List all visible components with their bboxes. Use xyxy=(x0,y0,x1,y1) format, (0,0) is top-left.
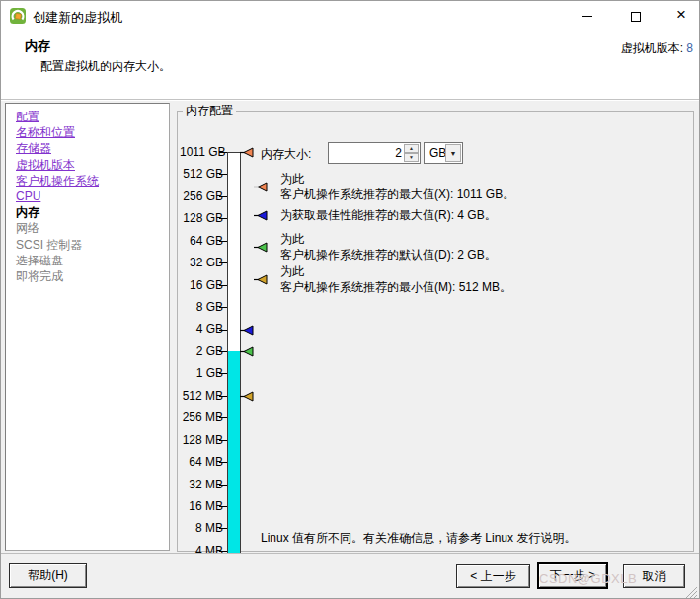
memory-unit-value: GB xyxy=(429,146,446,160)
tick-mark xyxy=(219,262,227,263)
tick-label: 32 MB xyxy=(180,477,223,492)
tick-mark xyxy=(219,462,227,463)
recommendation-default: 为此 客户机操作系统推荐的默认值(D): 2 GB。 xyxy=(280,231,497,262)
tick-mark xyxy=(219,330,227,331)
create-vm-wizard-window: 创建新的虚拟机 × 内存 配置虚拟机的内存大小。 虚拟机版本: 8 配置 名称和… xyxy=(0,0,700,599)
tick-label: 16 GB xyxy=(180,277,223,293)
page-subtitle: 配置虚拟机的内存大小。 xyxy=(40,58,171,75)
dropdown-arrow-icon[interactable]: ▼ xyxy=(445,144,461,162)
recommendation-max-os: 为此 客户机操作系统推荐的最大值(X): 1011 GB。 xyxy=(280,171,514,202)
max-performance-marker-icon xyxy=(240,325,255,336)
wizard-footer: 帮助(H) < 上一步 下一步 > 取消 CSDN@GDXLB xyxy=(1,553,699,599)
tick-mark xyxy=(219,307,227,308)
maximize-icon xyxy=(631,12,641,22)
vm-version-value: 8 xyxy=(686,41,693,55)
tick-label: 512 MB xyxy=(180,388,223,404)
wizard-header: 内存 配置虚拟机的内存大小。 虚拟机版本: 8 xyxy=(1,31,699,100)
sidebar-item-configuration[interactable]: 配置 xyxy=(16,109,169,124)
next-button[interactable]: 下一步 > xyxy=(537,562,608,589)
tick-label: 2 GB xyxy=(180,343,223,359)
window-title: 创建新的虚拟机 xyxy=(33,9,122,27)
tick-label: 64 GB xyxy=(180,233,223,249)
max-os-rec-icon xyxy=(254,182,269,192)
resize-grip[interactable] xyxy=(685,586,698,599)
default-marker-icon xyxy=(240,346,255,357)
tick-mark xyxy=(219,174,227,175)
tick-label: 4 GB xyxy=(180,321,223,337)
tick-label: 256 GB xyxy=(180,188,223,204)
sidebar-item-network: 网络 xyxy=(16,220,169,236)
tick-label: 64 MB xyxy=(180,454,223,470)
tick-label: 512 GB xyxy=(180,166,223,182)
title-bar: 创建新的虚拟机 × xyxy=(1,1,699,31)
tick-mark xyxy=(219,351,227,352)
tick-label: 1 GB xyxy=(180,365,223,381)
max-performance-rec-icon xyxy=(254,210,269,221)
sidebar-item-cpu[interactable]: CPU xyxy=(16,188,169,204)
tick-label: 128 GB xyxy=(180,210,223,226)
minimize-button[interactable] xyxy=(570,1,603,31)
tick-label: 8 GB xyxy=(180,299,223,315)
spin-up-button[interactable]: ▲ xyxy=(404,144,419,153)
tick-mark xyxy=(219,485,227,486)
default-rec-icon xyxy=(254,242,269,253)
app-icon xyxy=(9,7,27,25)
tick-label: 16 MB xyxy=(180,498,223,514)
memory-size-label: 内存大小: xyxy=(261,146,311,162)
tick-mark xyxy=(219,285,227,286)
tick-label: 256 MB xyxy=(180,410,223,425)
spin-down-button[interactable]: ▼ xyxy=(404,153,419,162)
tick-mark xyxy=(219,528,227,529)
tick-mark xyxy=(219,218,227,219)
tick-mark xyxy=(219,551,227,552)
tick-mark xyxy=(219,396,227,397)
memory-slider-track[interactable] xyxy=(227,152,241,555)
wizard-body: 配置 名称和位置 存储器 虚拟机版本 客户机操作系统 CPU 内存 网络 SCS… xyxy=(1,101,699,553)
sidebar-item-vm-version[interactable]: 虚拟机版本 xyxy=(16,157,169,173)
close-button[interactable]: × xyxy=(664,1,698,31)
tick-label: 8 MB xyxy=(180,520,223,536)
sidebar-item-scsi-controller: SCSI 控制器 xyxy=(16,237,169,253)
vm-version: 虚拟机版本: 8 xyxy=(621,40,693,57)
tick-mark xyxy=(219,506,227,507)
min-os-marker-icon xyxy=(240,391,255,402)
sidebar-item-guest-os[interactable]: 客户机操作系统 xyxy=(16,173,169,188)
min-os-rec-icon xyxy=(254,274,269,285)
tick-mark xyxy=(219,440,227,441)
vm-version-label: 虚拟机版本: xyxy=(621,41,683,55)
groupbox-title: 内存配置 xyxy=(183,103,236,119)
sidebar-item-ready-to-complete: 即将完成 xyxy=(16,268,169,284)
linux-note: Linux 值有所不同。有关准确信息，请参考 Linux 发行说明。 xyxy=(261,530,576,547)
minimize-icon xyxy=(582,16,592,17)
tick-mark xyxy=(219,196,227,197)
sidebar-item-select-disk: 选择磁盘 xyxy=(16,253,169,268)
memory-slider-fill xyxy=(228,351,240,554)
tick-mark xyxy=(219,241,227,242)
memory-unit-select[interactable]: GB ▼ xyxy=(424,142,463,164)
memory-size-input[interactable] xyxy=(343,146,402,160)
memory-size-spinbox: ▲ ▼ xyxy=(328,142,421,164)
recommendation-min-os: 为此 客户机操作系统推荐的最小值(M): 512 MB。 xyxy=(280,263,511,295)
tick-label: 128 MB xyxy=(180,432,223,448)
maximize-button[interactable] xyxy=(619,1,653,31)
tick-mark xyxy=(219,373,227,374)
tick-label: 1011 GB xyxy=(180,144,223,160)
sidebar-item-name-location[interactable]: 名称和位置 xyxy=(16,124,169,140)
memory-config-groupbox: 内存配置 1011 GB 512 GB 256 GB 128 GB 64 GB … xyxy=(177,103,694,552)
tick-mark xyxy=(219,152,227,153)
step-sidebar: 配置 名称和位置 存储器 虚拟机版本 客户机操作系统 CPU 内存 网络 SCS… xyxy=(5,103,170,551)
back-button[interactable]: < 上一步 xyxy=(456,564,530,588)
tick-mark xyxy=(219,417,227,418)
help-button[interactable]: 帮助(H) xyxy=(9,563,87,588)
tick-label: 32 GB xyxy=(180,255,223,270)
recommendation-max-performance: 为获取最佳性能推荐的最大值(R): 4 GB。 xyxy=(280,207,497,223)
sidebar-item-storage[interactable]: 存储器 xyxy=(16,140,169,156)
cancel-button[interactable]: 取消 xyxy=(623,564,685,588)
sidebar-item-memory: 内存 xyxy=(16,204,169,220)
page-title: 内存 xyxy=(25,37,50,55)
max-os-marker-icon xyxy=(240,147,255,158)
